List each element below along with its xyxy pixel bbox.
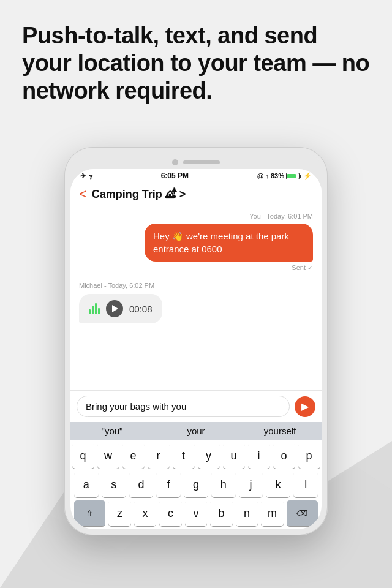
key-u[interactable]: u [223, 443, 245, 469]
key-e[interactable]: e [123, 443, 145, 469]
status-bar: ✈ 𝛄 6:05 PM @ ↑ 83% ⚡ [70, 169, 322, 183]
key-m[interactable]: m [261, 500, 284, 526]
battery-percent: 83% [271, 172, 284, 179]
sent-message-bubble: Hey 👋 we're meeting at the park entrance… [79, 224, 313, 262]
status-right: @ ↑ 83% ⚡ [257, 172, 312, 180]
audio-duration: 00:08 [129, 304, 153, 314]
key-r[interactable]: r [148, 443, 170, 469]
sent-status: Sent ✓ [79, 264, 313, 272]
key-k[interactable]: k [266, 472, 290, 497]
key-s[interactable]: s [102, 472, 126, 497]
airplane-icon: ✈ [80, 172, 86, 180]
keyboard-row-2: a s d f g h j k l [70, 472, 322, 497]
key-i[interactable]: i [248, 443, 270, 469]
message-input[interactable]: Bring your bags with you [77, 396, 290, 417]
key-l[interactable]: l [293, 472, 318, 497]
status-left: ✈ 𝛄 [80, 172, 92, 180]
sent-message-text: Hey 👋 we're meeting at the park entrance… [145, 224, 313, 262]
charging-icon: ⚡ [303, 172, 312, 180]
key-z[interactable]: z [108, 500, 131, 526]
key-g[interactable]: g [184, 472, 208, 497]
received-timestamp: Michael - Today, 6:02 PM [79, 282, 313, 289]
headline: Push-to-talk, text, and send your locati… [0, 0, 392, 119]
key-n[interactable]: n [236, 500, 258, 526]
key-a[interactable]: a [74, 472, 99, 497]
autocomplete-bar: "you" your yourself [70, 422, 322, 440]
back-button[interactable]: < [79, 187, 87, 201]
chat-title: Camping Trip 🏕 > [92, 188, 313, 201]
key-y[interactable]: y [198, 443, 220, 469]
sent-timestamp: You - Today, 6:01 PM [79, 213, 313, 220]
input-area: Bring your bags with you ▶ [70, 390, 322, 422]
audio-message-bubble[interactable]: 00:08 [79, 294, 313, 323]
key-w[interactable]: w [97, 443, 119, 469]
autocomplete-item-1[interactable]: your [154, 422, 238, 440]
autocomplete-item-2[interactable]: yourself [238, 422, 322, 440]
keyboard-row-1: q w e r t y u i o p [70, 443, 322, 469]
play-icon [112, 305, 118, 312]
send-button[interactable]: ▶ [295, 396, 315, 417]
key-p[interactable]: p [298, 443, 320, 469]
key-j[interactable]: j [239, 472, 263, 497]
key-q[interactable]: q [72, 443, 94, 469]
send-icon: ▶ [301, 402, 309, 412]
phone-mockup: ✈ 𝛄 6:05 PM @ ↑ 83% ⚡ [64, 147, 328, 535]
chat-header: < Camping Trip 🏕 > [70, 183, 322, 206]
key-c[interactable]: c [159, 500, 182, 526]
key-delete[interactable]: ⌫ [287, 500, 318, 526]
keyboard-row-3: ⇧ z x c v b n m ⌫ [70, 500, 322, 526]
play-button[interactable] [106, 300, 123, 317]
key-shift[interactable]: ⇧ [74, 500, 105, 526]
location-icon: @ ↑ [257, 172, 269, 179]
key-h[interactable]: h [211, 472, 236, 497]
key-o[interactable]: o [273, 443, 295, 469]
phone-camera [172, 159, 178, 165]
phone-speaker [183, 160, 220, 164]
key-v[interactable]: v [185, 500, 208, 526]
key-x[interactable]: x [134, 500, 157, 526]
key-d[interactable]: d [129, 472, 154, 497]
autocomplete-item-0[interactable]: "you" [70, 422, 154, 440]
key-f[interactable]: f [156, 472, 181, 497]
status-time: 6:05 PM [161, 172, 189, 180]
key-b[interactable]: b [210, 500, 233, 526]
key-t[interactable]: t [173, 443, 195, 469]
wifi-icon: 𝛄 [89, 172, 92, 180]
audio-waveform [89, 303, 100, 314]
battery-icon [286, 173, 301, 179]
chat-area: You - Today, 6:01 PM Hey 👋 we're meeting… [70, 206, 322, 390]
